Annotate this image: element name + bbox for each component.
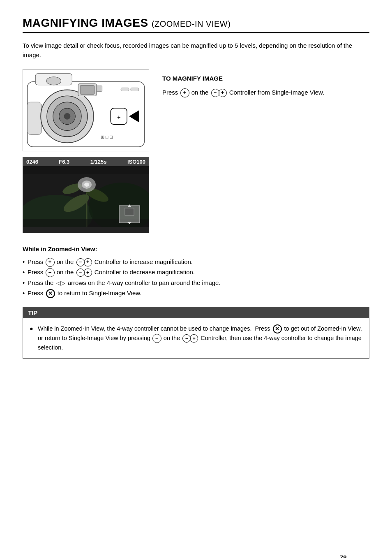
tip-x-btn: ✕ xyxy=(273,324,282,333)
svg-text:⊞ □ ⊡: ⊞ □ ⊡ xyxy=(101,134,113,139)
svg-rect-31 xyxy=(125,208,134,215)
tip-controller: −+ xyxy=(182,334,198,343)
bullet-2-plus-c: + xyxy=(84,269,92,277)
main-content: ⊞ □ ⊡ + 0246 F6.3 1/1 xyxy=(23,69,369,233)
svg-point-15 xyxy=(46,76,61,85)
shutter: 1/125s xyxy=(90,159,107,165)
controller-text: Controller from Single-Image View. xyxy=(229,89,325,96)
svg-text:+: + xyxy=(117,113,120,120)
press-word: Press xyxy=(162,89,180,96)
bullet-1-plus-btn: + xyxy=(46,258,55,267)
to-magnify-text: Press + on the −+ Controller from Single… xyxy=(162,88,369,97)
page-header: MAGNIFYING IMAGES (ZOOMED-IN VIEW) xyxy=(23,16,369,33)
bullet-list: Press + on the −+ Controller to increase… xyxy=(23,257,369,299)
plus-icon: + xyxy=(219,89,227,97)
page-title-main: MAGNIFYING IMAGES xyxy=(23,16,148,29)
svg-rect-28 xyxy=(23,166,149,174)
tip-c-plus: + xyxy=(190,334,198,343)
bullet-1-minus: − xyxy=(76,258,85,266)
bullet-1-on-the: on the xyxy=(57,258,74,265)
lcd-preview: 0246 F6.3 1/125s ISO100 xyxy=(23,157,149,233)
bullet-2-on-the: on the xyxy=(57,269,76,276)
bullet-1-controller: −+ xyxy=(76,258,92,266)
bullet-1: Press + on the −+ Controller to increase… xyxy=(23,257,369,267)
bullet-4: Press ✕ to return to Single-Image View. xyxy=(23,288,369,299)
bullet-2-press: Press xyxy=(28,269,45,276)
svg-rect-1 xyxy=(27,102,42,134)
bullet-2-minus-btn: − xyxy=(46,268,55,277)
right-column: TO MAGNIFY IMAGE Press + on the −+ Contr… xyxy=(162,69,369,233)
bullet-1-press: Press xyxy=(28,258,45,265)
to-magnify-heading: TO MAGNIFY IMAGE xyxy=(162,75,369,82)
bullet-2: Press − on the −+ Controller to decrease… xyxy=(23,267,369,278)
bullet-1-text: Controller to increase magnification. xyxy=(95,258,193,265)
tip-c-minus: − xyxy=(182,334,191,343)
aperture: F6.3 xyxy=(59,159,69,165)
page-title-subtitle: (ZOOMED-IN VIEW) xyxy=(152,19,231,28)
frame-number: 0246 xyxy=(26,159,38,165)
svg-rect-16 xyxy=(121,88,129,91)
bullet-3-text: arrows on the 4-way controller to pan ar… xyxy=(68,279,221,286)
bullet-2-minus-c: − xyxy=(76,269,85,277)
zoomed-view-section: While in Zoomed-in View: Press + on the … xyxy=(23,245,369,299)
tip-minus-btn: − xyxy=(152,334,161,343)
page-number: 78 xyxy=(339,555,347,558)
camera-diagram: ⊞ □ ⊡ + xyxy=(23,69,149,151)
tip-content: While in Zoomed-In View, the 4-way contr… xyxy=(23,318,369,359)
left-column: ⊞ □ ⊡ + 0246 F6.3 1/1 xyxy=(23,69,150,233)
svg-point-7 xyxy=(64,113,71,119)
bullet-3-press: Press the xyxy=(28,279,55,286)
bullet-2-controller: −+ xyxy=(76,269,92,277)
tip-paragraph: While in Zoomed-In View, the 4-way contr… xyxy=(30,324,362,353)
bullet-1-plus: + xyxy=(84,258,92,266)
lcd-header: 0246 F6.3 1/125s ISO100 xyxy=(23,157,149,166)
svg-rect-10 xyxy=(97,86,102,91)
tip-header: TIP xyxy=(23,307,369,318)
on-the-word: on the xyxy=(191,89,210,96)
svg-point-27 xyxy=(84,183,89,187)
bullet-2-text: Controller to decrease magnification. xyxy=(95,269,195,276)
bullet-4-text: to return to Single-Image View. xyxy=(58,289,142,296)
svg-rect-17 xyxy=(131,88,139,91)
iso: ISO100 xyxy=(127,159,145,165)
svg-rect-9 xyxy=(80,85,95,94)
tip-box: TIP While in Zoomed-In View, the 4-way c… xyxy=(23,307,369,359)
plus-button-icon: + xyxy=(180,88,189,97)
zoomed-view-heading: While in Zoomed-in View: xyxy=(23,245,369,252)
lcd-image-area xyxy=(23,166,149,227)
intro-paragraph: To view image detail or check focus, rec… xyxy=(23,41,369,60)
x-button-icon: ✕ xyxy=(46,289,55,298)
minus-icon: − xyxy=(211,89,219,97)
pan-icon: ◁▷ xyxy=(56,278,65,288)
page-wrapper: MAGNIFYING IMAGES (ZOOMED-IN VIEW) To vi… xyxy=(23,16,369,558)
controller-icon: −+ xyxy=(211,89,227,97)
bullet-3: Press the ◁▷ arrows on the 4-way control… xyxy=(23,278,369,288)
bullet-4-press: Press xyxy=(28,289,45,296)
page-title: MAGNIFYING IMAGES (ZOOMED-IN VIEW) xyxy=(23,16,369,30)
